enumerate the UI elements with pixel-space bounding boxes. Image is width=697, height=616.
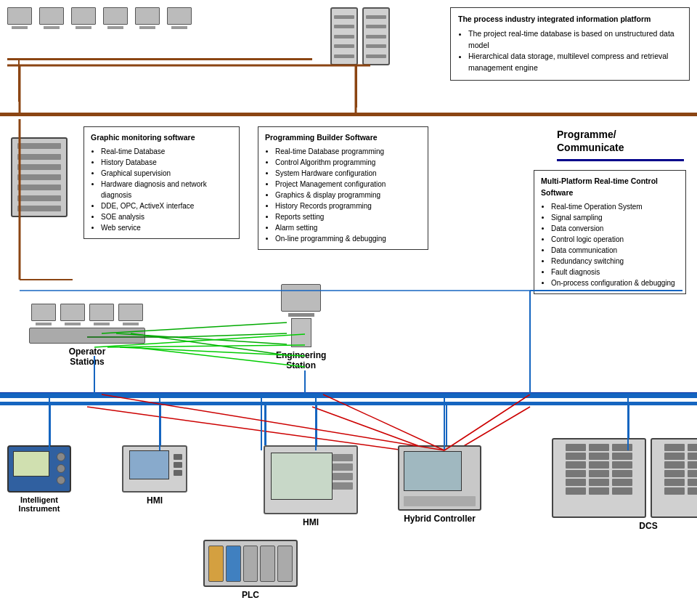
- op-computer-2: [60, 304, 85, 325]
- infobox-list: The project real-time database is based …: [458, 28, 682, 74]
- eng-monitor: [281, 284, 321, 312]
- op-computer-3: [89, 304, 114, 325]
- hmi-large-label: HMI: [264, 517, 358, 527]
- monitor-icon: [7, 7, 32, 25]
- prog-item-4: Project Management configuration: [275, 179, 421, 190]
- hybrid-controller-label: Hybrid Controller: [398, 514, 481, 524]
- vline-instrument: [49, 405, 51, 445]
- blue-bar-bottom: [0, 402, 697, 405]
- operator-label: OperatorStations: [29, 346, 145, 367]
- monitor-icon: [135, 7, 160, 25]
- engineering-station-area: EngineeringStation: [276, 284, 326, 370]
- infobox-title: The process industry integrated informat…: [458, 14, 682, 25]
- programming-box-title: Programming Builder Software: [265, 132, 421, 144]
- graphic-item-6: SOE analysis: [101, 211, 232, 222]
- eng-monitor-base: [288, 313, 314, 317]
- prog-item-3: System Hardware configuration: [275, 168, 421, 179]
- monitor-icon: [167, 7, 192, 25]
- prog-item-1: Real-time Database programming: [275, 146, 421, 157]
- infobox-item-2: Hierarchical data storage, multilevel co…: [468, 51, 682, 74]
- vline-server-down: [356, 58, 357, 108]
- intelligent-instrument-device: Intelligent Instrument: [7, 445, 71, 513]
- workstation-4: [103, 7, 128, 29]
- bottom-section: Intelligent Instrument HMI PLC: [0, 398, 697, 616]
- monitor-icon: [39, 7, 64, 25]
- hmi-left-label: HMI: [122, 495, 187, 506]
- prog-item-9: On-line programming & debugging: [275, 233, 421, 244]
- svg-line-1: [178, 333, 287, 337]
- vline-plc: [265, 405, 266, 445]
- multiplatform-box: Multi-Platform Real-time Control Softwar…: [534, 170, 686, 294]
- monitor-icon: [71, 7, 96, 25]
- programme-line: [557, 159, 684, 161]
- programme-communicate-label: Programme/ Communicate: [557, 128, 684, 154]
- op-desk: [29, 328, 145, 344]
- graphic-monitoring-box: Graphic monitoring software Real-time Da…: [83, 126, 240, 239]
- operator-stations-area: OperatorStations: [29, 304, 145, 367]
- prog-item-8: Alarm setting: [275, 222, 421, 233]
- programming-box-list: Real-time Database programming Control A…: [265, 146, 421, 244]
- top-section: The process industry integrated informat…: [0, 0, 697, 116]
- graphic-item-1: Real-time Database: [101, 146, 232, 157]
- graphic-item-4: Hardware diagnosis and network diagnosis: [101, 179, 232, 200]
- prog-item-7: Reports setting: [275, 211, 421, 222]
- plc-device: PLC: [203, 540, 298, 600]
- workstation-row: [7, 7, 192, 29]
- vline-down: [18, 58, 20, 102]
- dcs-label: DCS: [552, 521, 697, 531]
- brown-bar: [0, 113, 697, 115]
- multiplatform-list: Real-time Operation System Signal sampli…: [541, 201, 679, 288]
- prog-item-5: Graphics & display programming: [275, 190, 421, 200]
- multiplatform-title: Multi-Platform Real-time Control Softwar…: [541, 176, 679, 199]
- mid-section: Graphic monitoring software Real-time Da…: [0, 119, 697, 395]
- mp-item-5: Data communication: [551, 245, 679, 256]
- server-towers: [330, 7, 390, 65]
- programming-box: Programming Builder Software Real-time D…: [258, 126, 428, 250]
- graphic-item-2: History Database: [101, 157, 232, 168]
- graphic-box-title: Graphic monitoring software: [91, 132, 232, 144]
- hmi-left-device: HMI: [122, 445, 187, 506]
- graphic-box-list: Real-time Database History Database Grap…: [91, 146, 232, 233]
- workstation-2: [39, 7, 64, 29]
- vline-hmi-left: [160, 405, 161, 445]
- server-rack-left: [11, 137, 69, 217]
- eng-tower: [291, 318, 311, 347]
- server-tower-1: [330, 7, 358, 65]
- workstation-3: [71, 7, 96, 29]
- graphic-item-5: DDE, OPC, ActiveX interface: [101, 200, 232, 211]
- mp-item-4: Control logic operation: [551, 234, 679, 245]
- plc-label: PLC: [203, 590, 298, 600]
- mp-item-7: Fault diagnosis: [551, 267, 679, 277]
- workstation-6: [167, 7, 192, 29]
- op-computer-1: [31, 304, 56, 325]
- mp-item-2: Signal sampling: [551, 212, 679, 223]
- mp-item-3: Data conversion: [551, 223, 679, 234]
- monitor-icon: [103, 7, 128, 25]
- workstation-1: [7, 7, 32, 29]
- hmi-large-device: HMI: [264, 445, 358, 527]
- mp-item-6: Redundancy switching: [551, 256, 679, 267]
- prog-item-6: History Records programming: [275, 200, 421, 211]
- info-box-top: The process industry integrated informat…: [450, 7, 690, 81]
- mp-item-8: On-process configuration & debugging: [551, 277, 679, 288]
- workstation-5: [135, 7, 160, 29]
- top-hline: [7, 58, 312, 60]
- svg-line-4: [131, 333, 287, 355]
- server-tower-2: [362, 7, 390, 65]
- mp-item-1: Real-time Operation System: [551, 201, 679, 212]
- engineering-label: EngineeringStation: [276, 350, 326, 370]
- prog-item-2: Control Algorithm programming: [275, 157, 421, 168]
- intelligent-instrument-label: Intelligent Instrument: [7, 495, 71, 513]
- op-computer-4: [118, 304, 143, 325]
- graphic-item-7: Web service: [101, 222, 232, 233]
- op-computers-row: [29, 304, 145, 325]
- vline-hmi-large: [316, 405, 317, 445]
- graphic-item-3: Graphical supervision: [101, 168, 232, 179]
- hybrid-controller-device: Hybrid Controller: [398, 445, 481, 524]
- infobox-item-1: The project real-time database is based …: [468, 28, 682, 52]
- dcs-device: DCS: [552, 438, 697, 531]
